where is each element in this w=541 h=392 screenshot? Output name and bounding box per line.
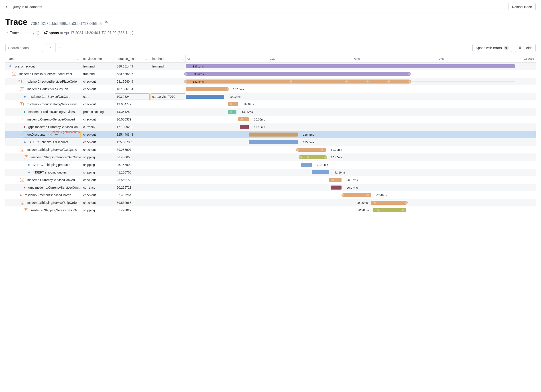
prev-span-button[interactable] [46, 43, 55, 52]
timeline-cell: 103.2ms [186, 93, 536, 100]
span-row[interactable]: 1msdemo.ShippingService/GetQuotecheckout… [5, 146, 536, 153]
span-bar[interactable] [238, 117, 249, 121]
timeline-cell: 67.49ms [186, 191, 536, 199]
child-count-badge[interactable]: 2 [24, 156, 28, 159]
child-count-badge[interactable]: 10 [16, 80, 22, 83]
span-name-label: msdemo.ProductCatalogService/Get… [28, 110, 81, 114]
duration-cell: 25.157902 [114, 161, 150, 169]
child-count-badge[interactable]: 2 [24, 209, 28, 212]
service-cell: frontend [81, 63, 114, 70]
span-bar[interactable] [186, 79, 410, 84]
trace-summary-toggle[interactable]: Trace summary ? [5, 31, 39, 35]
span-event-marker [324, 156, 327, 159]
child-count-badge[interactable]: 1 [20, 118, 24, 121]
fields-button[interactable]: Fields [515, 44, 536, 52]
span-row[interactable]: grpc.msdemo.CurrencyService/Conv…currenc… [5, 184, 536, 191]
span-bar[interactable] [228, 102, 238, 106]
span-row[interactable]: grpc.msdemo.CurrencyService/Conv…currenc… [5, 123, 536, 131]
col-name[interactable]: name⌄ [5, 55, 81, 62]
span-bar[interactable] [186, 87, 228, 91]
service-cell: currency [81, 184, 114, 191]
bar-duration-label: 66.46ms [331, 156, 342, 159]
duration-cell: 886.051449 [114, 63, 150, 70]
timeline-cell: 19.98ms [186, 100, 536, 108]
span-bar[interactable] [299, 155, 326, 159]
spans-with-errors-button[interactable]: Spans with errors 0 [473, 44, 512, 52]
page-title: Trace [5, 17, 27, 27]
search-spans-input[interactable] [5, 44, 43, 52]
columns-icon [518, 46, 522, 49]
span-row[interactable]: msdemo.ProductCatalogService/Get…product… [5, 108, 536, 115]
duration-cell: 41.156765 [114, 169, 150, 176]
span-row[interactable]: INSERT shipping.quotesshipping41.1567654… [5, 169, 536, 176]
copy-icon[interactable] [105, 21, 109, 25]
service-cell: checkout [81, 191, 114, 199]
span-event-marker [226, 88, 229, 91]
bar-duration-label: 103.2ms [229, 95, 241, 99]
span-name-label: msdemo.ShippingService/GetQuote [31, 156, 81, 159]
host-cell [150, 78, 186, 85]
span-bar[interactable] [249, 140, 298, 144]
child-count-badge[interactable]: 1 [20, 178, 24, 182]
span-bar[interactable] [371, 201, 406, 205]
child-count-badge[interactable]: 1 [12, 72, 16, 76]
child-count-badge[interactable]: 8 [8, 65, 12, 68]
span-row[interactable]: 1msdemo.ShippingService/ShipOrdercheckou… [5, 199, 536, 206]
service-cell: cart [81, 93, 114, 100]
host-cell: cartservice:7070any.http.host = cartserv… [150, 93, 186, 100]
span-row[interactable]: 1msdemo.ProductCatalogService/GetPr…chec… [5, 100, 536, 108]
col-service[interactable]: service.name⌄ [81, 55, 114, 62]
span-row[interactable]: 1msdemo.CartService/GetCartcheckout107.5… [5, 85, 536, 93]
service-cell: shipping [81, 153, 114, 161]
help-icon[interactable]: ? [36, 31, 39, 35]
child-count-badge[interactable]: 1 [20, 133, 24, 136]
service-cell: shipping [81, 169, 114, 176]
span-name-label: msdemo.ShippingService/ShipOrder [27, 201, 78, 204]
service-cell: checkout [81, 199, 114, 206]
span-row[interactable]: 8/cart/checkoutfrontend886.051449fronten… [5, 63, 536, 70]
col-host[interactable]: http.host⌄ [150, 55, 186, 62]
child-count-badge[interactable]: 1 [20, 201, 24, 204]
timeline-axis: 0s 0.2s 0.4s 0.6s 0.8861s [186, 55, 536, 62]
host-cell [150, 85, 186, 93]
span-bar[interactable] [249, 132, 298, 136]
host-cell [150, 115, 186, 123]
span-bar[interactable] [186, 72, 410, 76]
reload-trace-button[interactable]: Reload Trace [508, 3, 536, 11]
child-count-badge[interactable]: 1 [20, 148, 24, 152]
more-icon[interactable]: ••• [55, 133, 59, 136]
timeline-cell: 633.6ms [186, 70, 536, 78]
span-row[interactable]: SELECT shipping.productsshipping25.15790… [5, 161, 536, 169]
expand-icon[interactable]: + [48, 133, 52, 136]
bar-duration-label: 20.27ms [347, 186, 358, 189]
span-row[interactable]: 1msdemo.CurrencyService/Convertcheckout2… [5, 115, 536, 123]
span-name-label: msdemo.CartService/GetCart [27, 87, 68, 91]
host-cell [150, 161, 186, 169]
span-bar[interactable] [186, 64, 515, 68]
span-bar[interactable] [186, 95, 224, 99]
span-row[interactable]: 2msdemo.ShippingService/GetQuoteshipping… [5, 153, 536, 161]
span-bar[interactable] [301, 163, 312, 167]
timeline-cell: 107.5ms [186, 85, 536, 93]
duration-cell: 20.056339 [114, 115, 150, 123]
span-row[interactable]: msdemo.PaymentService/Chargecheckout67.4… [5, 191, 536, 199]
span-bar[interactable] [312, 170, 329, 174]
span-row[interactable]: 2msdemo.ShippingService/ShipOrdershippin… [5, 206, 536, 214]
back-link[interactable]: Query in all datasets [5, 5, 42, 9]
host-cell [150, 146, 186, 153]
span-bar[interactable] [331, 186, 341, 189]
duration-cell: 67.492264 [114, 191, 150, 199]
span-row[interactable]: 10msdemo.CheckoutService/PlaceOrdercheck… [5, 78, 536, 85]
span-row[interactable]: msdemo.CartService/GetCartcart103.2324an… [5, 93, 536, 100]
span-row[interactable]: SELECT checkout.discountscheckout125.307… [5, 138, 536, 146]
child-count-badge[interactable]: 1 [20, 102, 24, 106]
col-duration[interactable]: duration_ms⌄ [114, 55, 150, 62]
duration-cell: 87.478827 [114, 206, 150, 214]
span-row[interactable]: 1msdemo.CurrencyService/Convertcheckout2… [5, 176, 536, 184]
span-event-marker [307, 156, 310, 159]
next-span-button[interactable] [55, 43, 65, 52]
child-count-badge[interactable]: 1 [20, 87, 24, 91]
span-row[interactable]: 1getDiscounts+•••name = getDiscountschec… [5, 131, 536, 138]
span-row[interactable]: 1msdemo.CheckoutService/PlaceOrderfronte… [5, 70, 536, 78]
span-bar[interactable] [240, 125, 249, 129]
